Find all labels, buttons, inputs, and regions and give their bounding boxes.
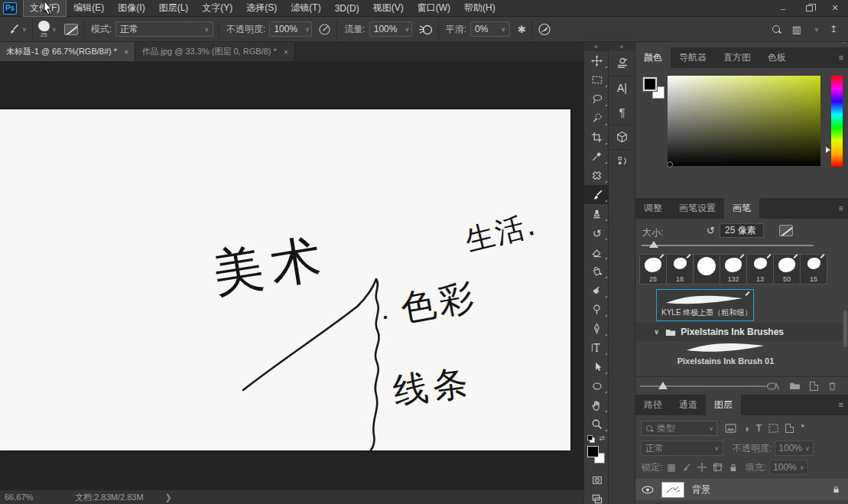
close-button[interactable]: ✕ bbox=[822, 0, 848, 16]
minimize-button[interactable]: – bbox=[770, 0, 796, 16]
menu-image[interactable]: 图像(I) bbox=[112, 0, 151, 16]
chevron-down-icon[interactable]: ∨ bbox=[654, 328, 659, 336]
hue-slider-pointer[interactable] bbox=[826, 147, 830, 153]
swap-colors-icon[interactable]: ⇄ bbox=[599, 434, 605, 442]
brush-group-row[interactable]: ∨ Pixelstains Ink Brushes bbox=[635, 323, 842, 341]
reset-size-icon[interactable]: ↺ bbox=[707, 225, 715, 236]
pen-tool[interactable] bbox=[584, 319, 609, 338]
zoom-tool[interactable] bbox=[584, 415, 609, 434]
smudge-tool[interactable]: ☛ bbox=[584, 281, 609, 300]
layer-blend-mode-select[interactable]: 正常 ∨ bbox=[641, 441, 723, 456]
marquee-tool[interactable] bbox=[584, 70, 609, 89]
crop-tool[interactable] bbox=[584, 128, 609, 147]
brush-preset[interactable]: 50 bbox=[773, 254, 801, 285]
filter-smart-objects-icon[interactable] bbox=[785, 424, 794, 433]
clone-stamp-tool[interactable] bbox=[584, 204, 609, 223]
saturation-brightness-field[interactable] bbox=[668, 76, 820, 166]
brush-preset[interactable]: 132 bbox=[720, 254, 747, 285]
menu-view[interactable]: 视图(V) bbox=[367, 0, 410, 16]
close-icon[interactable]: × bbox=[124, 47, 128, 57]
brush-preset[interactable]: 25 bbox=[639, 254, 667, 285]
brush-size-slider-thumb[interactable] bbox=[649, 241, 658, 248]
panel-menu-icon[interactable]: ≡ bbox=[839, 53, 843, 62]
restore-button[interactable] bbox=[796, 0, 822, 16]
flow-select[interactable]: 100% ∨ bbox=[369, 21, 412, 37]
path-selection-tool[interactable] bbox=[584, 357, 609, 376]
chevron-down-icon[interactable]: ∨ bbox=[22, 26, 27, 33]
menu-layer[interactable]: 图层(L) bbox=[153, 0, 195, 16]
eraser-tool[interactable] bbox=[584, 242, 609, 262]
opacity-select[interactable]: 100% ∨ bbox=[269, 21, 312, 37]
default-colors-icon[interactable] bbox=[587, 435, 594, 441]
scrollbar[interactable] bbox=[843, 311, 847, 347]
toggle-brush-panel-icon[interactable] bbox=[779, 225, 793, 236]
pressure-opacity-icon[interactable] bbox=[318, 23, 331, 36]
brush-tool[interactable] bbox=[584, 185, 609, 204]
panel-menu-icon[interactable]: ≡ bbox=[839, 203, 843, 213]
lock-transparency-icon[interactable]: ▦ bbox=[667, 462, 675, 473]
brush-size-slider[interactable] bbox=[642, 245, 814, 246]
tab-brushes[interactable]: 画笔 bbox=[724, 198, 759, 219]
brush-settings-panel-icon[interactable] bbox=[609, 51, 635, 76]
history-brush-tool[interactable]: ↺ bbox=[584, 223, 609, 242]
brush-preset-picker[interactable]: 25 bbox=[38, 21, 50, 38]
filter-type-layers-icon[interactable]: T bbox=[756, 423, 762, 434]
panel-menu-icon[interactable]: ≡ bbox=[839, 400, 843, 409]
tab-swatches[interactable]: 色板 bbox=[759, 47, 794, 68]
layer-fill-input[interactable]: 100% ∨ bbox=[769, 460, 808, 475]
tab-layers[interactable]: 图层 bbox=[706, 395, 741, 415]
menu-select[interactable]: 选择(S) bbox=[240, 0, 283, 16]
selected-brush-kyle[interactable]: KYLE 终极上墨（粗和细） bbox=[656, 289, 754, 321]
canvas[interactable]: 美术 生活. 色彩 线条 bbox=[0, 109, 570, 450]
color-picker-cursor[interactable] bbox=[667, 161, 673, 167]
hue-slider[interactable] bbox=[831, 76, 843, 167]
filter-pixel-layers-icon[interactable] bbox=[725, 424, 736, 433]
stroke-preview-toggle-icon[interactable] bbox=[766, 382, 780, 391]
tab-paths[interactable]: 路径 bbox=[635, 395, 671, 415]
brush-angle-icon[interactable] bbox=[538, 23, 551, 36]
layer-thumbnail[interactable] bbox=[661, 482, 684, 498]
3d-panel-icon[interactable] bbox=[609, 125, 635, 149]
lock-position-icon[interactable] bbox=[697, 463, 707, 472]
chevron-down-icon[interactable]: ∨ bbox=[814, 26, 819, 33]
layer-row-background[interactable]: 背景 bbox=[635, 479, 848, 500]
brush-item-pixelstains01[interactable]: Pixelstains Ink Brush 01 bbox=[672, 341, 779, 376]
quick-selection-tool[interactable] bbox=[584, 109, 609, 128]
menu-filter[interactable]: 滤镜(T) bbox=[284, 0, 327, 16]
filter-shape-layers-icon[interactable] bbox=[768, 424, 778, 433]
close-icon[interactable]: × bbox=[284, 47, 288, 57]
collapse-dock-icon[interactable]: « bbox=[609, 42, 635, 51]
menu-window[interactable]: 窗口(W) bbox=[411, 0, 456, 16]
brush-size-input[interactable]: 25 像素 bbox=[720, 223, 764, 238]
document-tab-untitled[interactable]: 未标题-1 @ 66.7%(RGB/8#) * × bbox=[0, 42, 135, 61]
gear-icon[interactable]: ✱ bbox=[518, 24, 526, 35]
filter-adjustment-layers-icon[interactable]: ◑ bbox=[743, 423, 749, 434]
type-tool[interactable] bbox=[584, 338, 609, 357]
zoom-level[interactable]: 66.67% bbox=[5, 493, 33, 502]
glyphs-panel-icon[interactable] bbox=[609, 149, 635, 174]
brush-preset[interactable]: 18 bbox=[666, 254, 694, 285]
airbrush-icon[interactable] bbox=[418, 23, 433, 36]
blend-mode-select[interactable]: 正常 ∨ bbox=[115, 21, 213, 37]
dodge-tool[interactable] bbox=[584, 300, 609, 319]
document-tab-artwork[interactable]: 作品.jpg @ 33.3% (图层 0, RGB/8) * × bbox=[135, 42, 295, 61]
brush-preset[interactable]: 15 bbox=[800, 254, 827, 285]
paragraph-panel-icon[interactable]: ¶ bbox=[609, 100, 635, 125]
brush-preset[interactable]: 13 bbox=[746, 254, 774, 285]
tab-histogram[interactable]: 直方图 bbox=[715, 47, 759, 68]
new-brush-icon[interactable] bbox=[810, 382, 818, 391]
lock-all-icon[interactable] bbox=[729, 463, 738, 473]
lasso-tool[interactable] bbox=[584, 89, 609, 109]
brush-preset[interactable] bbox=[693, 254, 720, 285]
foreground-color-swatch[interactable] bbox=[587, 446, 599, 457]
tab-brush-settings[interactable]: 画笔设置 bbox=[671, 198, 724, 219]
preview-size-slider-thumb[interactable] bbox=[658, 382, 668, 389]
smoothing-select[interactable]: 0% ∨ bbox=[470, 21, 510, 37]
layer-filter-select[interactable]: 类型 ∨ bbox=[641, 421, 717, 436]
tab-adjustments[interactable]: 调整 bbox=[635, 198, 671, 219]
hand-tool[interactable] bbox=[584, 395, 609, 415]
move-tool[interactable] bbox=[584, 51, 609, 70]
menu-type[interactable]: 文字(Y) bbox=[196, 0, 239, 16]
lock-artboard-icon[interactable] bbox=[713, 463, 723, 472]
chevron-down-icon[interactable]: ∨ bbox=[52, 26, 57, 33]
